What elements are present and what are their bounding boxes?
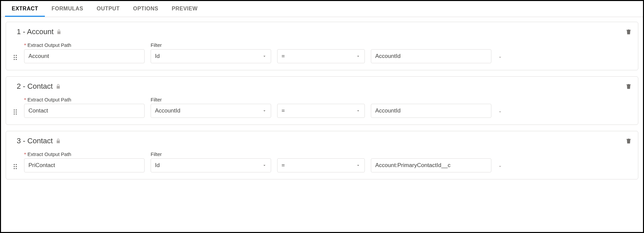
lock-icon (56, 84, 61, 89)
block-title: 3 - Contact (17, 137, 53, 145)
filter-label: Filter (151, 42, 271, 48)
tab-output[interactable]: OUTPUT (90, 1, 127, 17)
extract-block: 2 - Contact * Extract Output Path Filter (6, 76, 638, 125)
tab-options[interactable]: OPTIONS (127, 1, 165, 17)
extract-block: 1 - Account * Extract Output Path Filter (6, 22, 638, 70)
lock-icon (56, 29, 62, 34)
drag-handle-icon[interactable] (12, 55, 18, 63)
content-area: 1 - Account * Extract Output Path Filter (1, 17, 643, 190)
filter-value-input[interactable] (371, 158, 491, 172)
filter-field-select[interactable]: AccountId (151, 104, 271, 118)
trash-icon[interactable] (625, 138, 632, 144)
filter-value-input[interactable] (371, 49, 491, 63)
trash-icon[interactable] (625, 83, 632, 90)
tab-preview[interactable]: PREVIEW (165, 1, 204, 17)
filter-label: Filter (151, 97, 271, 102)
chevron-down-icon (356, 163, 360, 168)
filter-field-select[interactable]: Id (151, 158, 271, 172)
block-title: 1 - Account (17, 27, 54, 36)
output-path-label: * Extract Output Path (24, 97, 145, 102)
expand-toggle-icon[interactable] (497, 109, 503, 118)
trash-icon[interactable] (625, 28, 632, 35)
output-path-input[interactable] (24, 104, 145, 118)
block-title: 2 - Contact (17, 82, 53, 91)
expand-toggle-icon[interactable] (497, 164, 503, 172)
chevron-down-icon (356, 108, 360, 113)
output-path-input[interactable] (24, 49, 145, 63)
filter-value-input[interactable] (371, 104, 491, 118)
chevron-down-icon (262, 54, 267, 59)
chevron-down-icon (262, 163, 267, 168)
lock-icon (56, 138, 61, 144)
extract-block: 3 - Contact * Extract Output Path Filter (6, 131, 638, 179)
expand-toggle-icon[interactable] (497, 55, 503, 63)
tab-formulas[interactable]: FORMULAS (45, 1, 90, 17)
tab-bar: EXTRACT FORMULAS OUTPUT OPTIONS PREVIEW (1, 1, 643, 17)
output-path-label: * Extract Output Path (24, 151, 145, 157)
drag-handle-icon[interactable] (12, 164, 18, 172)
filter-field-select[interactable]: Id (151, 49, 271, 63)
chevron-down-icon (262, 108, 267, 113)
operator-select[interactable]: = (277, 158, 365, 172)
output-path-label: * Extract Output Path (24, 42, 145, 48)
filter-label: Filter (151, 151, 271, 157)
output-path-input[interactable] (24, 158, 145, 172)
chevron-down-icon (356, 54, 360, 59)
operator-select[interactable]: = (277, 49, 365, 63)
drag-handle-icon[interactable] (12, 109, 18, 118)
tab-extract[interactable]: EXTRACT (5, 1, 45, 17)
operator-select[interactable]: = (277, 104, 365, 118)
